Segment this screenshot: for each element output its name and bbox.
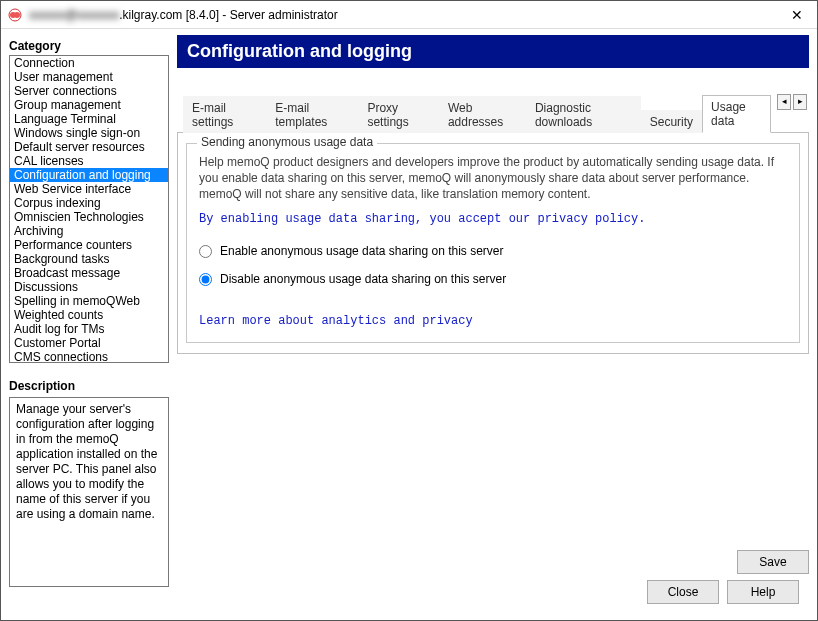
close-icon[interactable]: ✕ — [783, 7, 811, 23]
tab-item[interactable]: Security — [641, 110, 702, 133]
category-item[interactable]: Windows single sign-on — [10, 126, 168, 140]
category-item[interactable]: Language Terminal — [10, 112, 168, 126]
groupbox-legend: Sending anonymous usage data — [197, 135, 377, 149]
tab-item[interactable]: E-mail settings — [183, 96, 266, 133]
tab-scroll-right[interactable]: ▸ — [793, 94, 807, 110]
category-item[interactable]: Connection — [10, 56, 168, 70]
title-bar: xxxxxx@xxxxxxx.kilgray.com [8.4.0] - Ser… — [1, 1, 817, 29]
privacy-acceptance-link[interactable]: By enabling usage data sharing, you acce… — [199, 212, 787, 226]
radio-disable-sharing[interactable] — [199, 273, 212, 286]
groupbox-usage-sharing: Sending anonymous usage data Help memoQ … — [186, 143, 800, 343]
category-item[interactable]: Spelling in memoQWeb — [10, 294, 168, 308]
category-item[interactable]: Weighted counts — [10, 308, 168, 322]
category-item[interactable]: Background tasks — [10, 252, 168, 266]
save-button[interactable]: Save — [737, 550, 809, 574]
radio-row-enable: Enable anonymous usage data sharing on t… — [199, 244, 787, 258]
category-item[interactable]: Customer Portal — [10, 336, 168, 350]
help-button[interactable]: Help — [727, 580, 799, 604]
usage-help-text: Help memoQ product designers and develop… — [199, 154, 787, 202]
window-body: Category ConnectionUser managementServer… — [1, 29, 817, 620]
description-box: Manage your server's configuration after… — [9, 397, 169, 587]
window-title-user: xxxxxx@xxxxxxx — [29, 8, 119, 22]
page-title: Configuration and logging — [177, 35, 809, 68]
close-button[interactable]: Close — [647, 580, 719, 604]
category-item[interactable]: Archiving — [10, 224, 168, 238]
save-button-bar: Save — [177, 542, 809, 574]
category-item[interactable]: Configuration and logging — [10, 168, 168, 182]
category-item[interactable]: Group management — [10, 98, 168, 112]
category-item[interactable]: Default server resources — [10, 140, 168, 154]
tab-page-usage-data: Sending anonymous usage data Help memoQ … — [177, 133, 809, 354]
app-icon — [7, 7, 23, 23]
tab-item[interactable]: Proxy settings — [358, 96, 439, 133]
app-window: xxxxxx@xxxxxxx.kilgray.com [8.4.0] - Ser… — [0, 0, 818, 621]
radio-enable-label[interactable]: Enable anonymous usage data sharing on t… — [220, 244, 504, 258]
radio-enable-sharing[interactable] — [199, 245, 212, 258]
category-item[interactable]: Omniscien Technologies — [10, 210, 168, 224]
tab-scroll-buttons: ◂ ▸ — [777, 94, 807, 110]
category-item[interactable]: Web Service interface — [10, 182, 168, 196]
category-label: Category — [9, 39, 169, 53]
category-listbox[interactable]: ConnectionUser managementServer connecti… — [9, 55, 169, 363]
radio-disable-label[interactable]: Disable anonymous usage data sharing on … — [220, 272, 506, 286]
radio-row-disable: Disable anonymous usage data sharing on … — [199, 272, 787, 286]
description-label: Description — [9, 379, 169, 393]
learn-more-link[interactable]: Learn more about analytics and privacy — [199, 314, 787, 328]
svg-point-2 — [14, 12, 20, 18]
category-item[interactable]: Broadcast message — [10, 266, 168, 280]
category-item[interactable]: Server connections — [10, 84, 168, 98]
category-item[interactable]: CAL licenses — [10, 154, 168, 168]
left-column: Category ConnectionUser managementServer… — [9, 35, 169, 612]
category-item[interactable]: Corpus indexing — [10, 196, 168, 210]
window-title: xxxxxx@xxxxxxx.kilgray.com [8.4.0] - Ser… — [29, 8, 783, 22]
tab-item[interactable]: Usage data — [702, 95, 771, 133]
bottom-button-bar: Close Help — [177, 574, 809, 612]
window-title-rest: .kilgray.com [8.4.0] - Server administra… — [119, 8, 338, 22]
tab-scroll-left[interactable]: ◂ — [777, 94, 791, 110]
category-item[interactable]: User management — [10, 70, 168, 84]
category-item[interactable]: Performance counters — [10, 238, 168, 252]
tab-strip: E-mail settingsE-mail templatesProxy set… — [177, 94, 809, 133]
category-item[interactable]: Discussions — [10, 280, 168, 294]
category-item[interactable]: Audit log for TMs — [10, 322, 168, 336]
tab-item[interactable]: E-mail templates — [266, 96, 358, 133]
category-item[interactable]: CMS connections — [10, 350, 168, 363]
right-column: Configuration and logging E-mail setting… — [177, 35, 809, 612]
tab-item[interactable]: Web addresses — [439, 96, 526, 133]
tab-item[interactable]: Diagnostic downloads — [526, 96, 641, 133]
